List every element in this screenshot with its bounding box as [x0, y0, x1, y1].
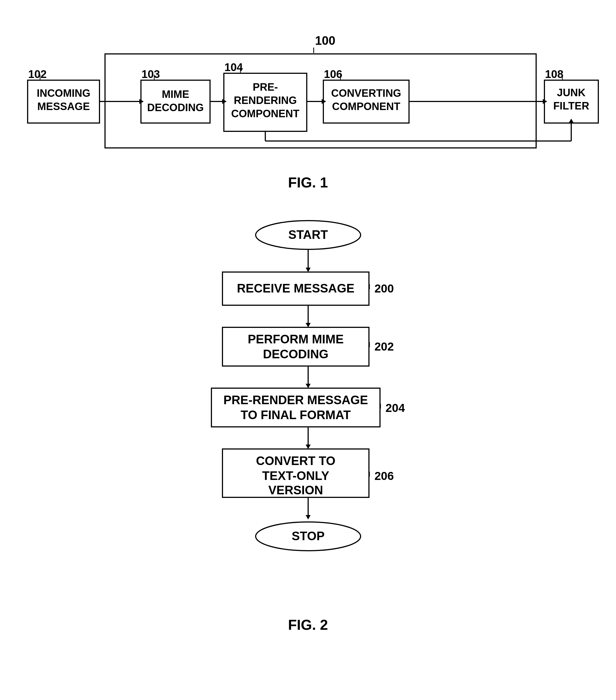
arrow-start-to-receive	[306, 267, 311, 272]
fig2-section: START RECEIVE MESSAGE 200 PERFORM MIME D…	[22, 218, 594, 633]
svg-text:PRE-RENDER MESSAGE: PRE-RENDER MESSAGE	[223, 393, 368, 407]
svg-text:JUNK: JUNK	[557, 87, 586, 98]
svg-text:VERSION: VERSION	[268, 483, 323, 497]
ref-204: 204	[386, 401, 405, 414]
ref-102: 102	[28, 68, 47, 80]
ref-200: 200	[375, 282, 394, 295]
svg-text:STOP: STOP	[291, 529, 325, 543]
svg-text:DECODING: DECODING	[147, 102, 204, 113]
fig1-title: FIG. 1	[22, 174, 594, 191]
svg-text:DECODING: DECODING	[263, 347, 328, 361]
arrow-convert-to-stop	[306, 515, 311, 520]
page: 100 INCOMING MESSAGE 102 MIME DECODING 1…	[0, 0, 616, 700]
svg-text:START: START	[288, 228, 328, 241]
svg-text:MIME: MIME	[162, 88, 189, 100]
ref-202: 202	[375, 340, 394, 353]
svg-text:COMPONENT: COMPONENT	[332, 101, 400, 112]
svg-text:TEXT-ONLY: TEXT-ONLY	[262, 469, 329, 483]
svg-text:MESSAGE: MESSAGE	[37, 101, 90, 112]
ref-100: 100	[315, 34, 335, 47]
ref-106: 106	[324, 68, 342, 80]
svg-text:CONVERT TO: CONVERT TO	[256, 454, 336, 467]
fig1-section: 100 INCOMING MESSAGE 102 MIME DECODING 1…	[22, 33, 594, 191]
svg-text:RENDERING: RENDERING	[234, 95, 297, 106]
fig2-title: FIG. 2	[22, 616, 594, 633]
svg-text:TO FINAL FORMAT: TO FINAL FORMAT	[240, 408, 351, 422]
fig1-diagram: 100 INCOMING MESSAGE 102 MIME DECODING 1…	[22, 33, 602, 160]
ref-103: 103	[141, 68, 160, 80]
svg-text:CONVERTING: CONVERTING	[331, 87, 401, 99]
svg-text:PERFORM MIME: PERFORM MIME	[248, 332, 343, 346]
arrow-receive-to-mime	[306, 323, 311, 327]
arrow-prerender-to-convert	[306, 445, 311, 449]
svg-text:RECEIVE MESSAGE: RECEIVE MESSAGE	[237, 282, 354, 295]
ref-108: 108	[545, 68, 564, 80]
svg-text:INCOMING: INCOMING	[37, 87, 90, 99]
svg-text:FILTER: FILTER	[553, 100, 589, 112]
arrow-mime-to-prerender	[306, 384, 311, 388]
svg-text:PRE-: PRE-	[253, 81, 278, 93]
ref-206: 206	[375, 470, 394, 483]
svg-text:COMPONENT: COMPONENT	[231, 108, 300, 120]
